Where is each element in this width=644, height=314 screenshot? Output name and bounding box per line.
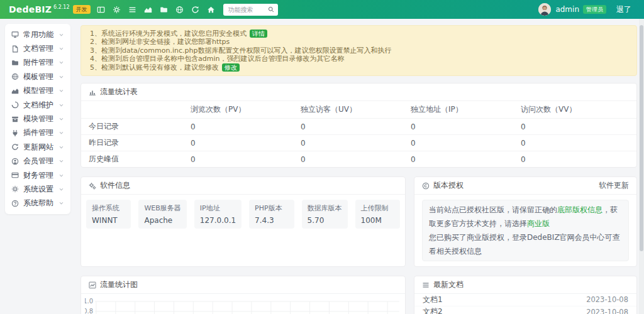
globe-icon[interactable] [175, 6, 184, 14]
columns-icon[interactable] [97, 6, 105, 14]
home-icon[interactable] [207, 6, 215, 14]
commercial-link[interactable]: 商业版 [527, 219, 550, 228]
info-label: 操作系统 [92, 203, 125, 213]
sidebar-item[interactable]: 财务管理 [5, 168, 70, 182]
sidebar-item[interactable]: 模型管理 [5, 84, 70, 98]
chevron-down-icon [58, 116, 64, 122]
sidebar-item[interactable]: 文档维护 [5, 98, 70, 112]
chevron-down-icon [58, 144, 64, 150]
cell-value: 0 [411, 151, 521, 168]
refresh-icon[interactable] [191, 6, 199, 14]
info-label: PHP版本 [255, 203, 288, 213]
alert-item: 1、系统运行环境为开发模式，建议您启用安全模式详情 [90, 30, 628, 38]
traffic-chart-header: 流量统计图 [81, 276, 405, 294]
sidebar: 常用功能文档管理附件管理模板管理模型管理文档维护模块管理插件管理更新网站会员管理… [5, 24, 70, 214]
doc-name: 文档1 [423, 295, 443, 305]
sidebar-item[interactable]: 系统帮助 [5, 197, 70, 210]
sidebar-item-label: 附件管理 [23, 57, 53, 68]
circle-notch-icon [11, 101, 19, 109]
license-line-1: 当前站点已授权社区版，请保留正确的底部版权信息，获取更多官方技术支持，请选择商业… [429, 203, 622, 230]
logout-link[interactable]: 退了 [616, 4, 631, 15]
search-input[interactable] [227, 6, 268, 14]
top-header: DedeBIZ 6.2.12 开发 admin 管理员 退了 [0, 0, 644, 19]
latest-docs-list: 文档12023-10-08文档22023-10-08文档32023-10-08文… [414, 294, 636, 314]
sidebar-item[interactable]: 附件管理 [5, 56, 70, 70]
sidebar-item[interactable]: 常用功能 [5, 28, 70, 41]
cell-value: 0 [301, 151, 411, 168]
env-badge: 开发 [73, 5, 91, 14]
chevron-down-icon [58, 130, 64, 136]
info-value: WINNT [92, 216, 125, 225]
alert-action-badge[interactable]: 详情 [250, 30, 267, 38]
sidebar-item[interactable]: 模板管理 [5, 70, 70, 84]
software-info-box: 操作系统WINNT [86, 200, 131, 229]
folder-icon[interactable] [160, 6, 168, 14]
list-icon[interactable] [128, 6, 136, 14]
info-value: 5.70 [308, 216, 342, 225]
bar-chart-icon [89, 89, 96, 96]
doc-row[interactable]: 文档22023-10-08 [414, 306, 636, 314]
traffic-table-title: 流量统计表 [100, 87, 138, 97]
cell-value: 0 [521, 119, 636, 135]
sidebar-item[interactable]: 插件管理 [5, 126, 70, 140]
software-info-box: 上传限制100M [355, 200, 400, 229]
chevron-down-icon [58, 173, 64, 178]
gear-icon[interactable] [113, 6, 121, 14]
sidebar-item[interactable]: 系统设置 [5, 182, 70, 196]
cog-icon [11, 185, 19, 193]
cell-value: 0 [191, 135, 301, 151]
file-icon [11, 45, 19, 53]
search-icon[interactable] [268, 6, 274, 13]
scrollbar-thumb[interactable] [640, 25, 643, 251]
sidebar-item-label: 常用功能 [23, 30, 53, 40]
traffic-chart-title: 流量统计图 [100, 279, 138, 290]
latest-docs-card: 最新文档 文档12023-10-08文档22023-10-08文档32023-1… [414, 276, 637, 314]
software-info-title: 软件信息 [100, 180, 130, 191]
alert-item: 4、检测到后台管理目录名称中包含admin，强烈建议后台管理目录修改为其它名称 [90, 55, 628, 63]
doc-row[interactable]: 文档12023-10-08 [414, 294, 636, 306]
license-line-2: 您已购买了商业版授权，登录DedeBIZ官网会员中心可查看相关授权信息 [429, 230, 622, 258]
software-info-boxes: 操作系统WINNTWEB服务器ApacheIP地址127.0.0.1PHP版本7… [81, 195, 405, 234]
license-header: 版本授权 软件更新 [414, 177, 636, 195]
brand[interactable]: DedeBIZ 6.2.12 开发 [9, 4, 91, 14]
alert-action-badge[interactable]: 修改 [222, 63, 240, 72]
info-label: IP地址 [200, 203, 236, 213]
chevron-down-icon [58, 200, 64, 206]
app-logo: DedeBIZ [9, 4, 52, 14]
cell-value: 0 [521, 135, 636, 151]
software-update-link[interactable]: 软件更新 [599, 180, 629, 191]
latest-docs-title: 最新文档 [433, 279, 464, 290]
display-icon [11, 31, 19, 38]
info-label: WEB服务器 [144, 203, 180, 213]
alert-text: 5、检测到默认账号没有修改，建议您修改 [90, 63, 219, 72]
sidebar-item[interactable]: 更新网站 [5, 140, 70, 154]
software-info-header: 软件信息 [81, 177, 405, 195]
sidebar-item[interactable]: 模块管理 [5, 112, 70, 126]
avatar[interactable] [538, 3, 551, 16]
header-nav-icons [97, 6, 215, 14]
sidebar-item[interactable]: 文档管理 [5, 41, 70, 55]
table-row: 今日记录0000 [81, 119, 636, 135]
plug-icon [11, 129, 19, 137]
role-badge: 管理员 [583, 5, 606, 14]
software-info-box: 数据库版本5.70 [302, 200, 348, 229]
sidebar-item-label: 文档维护 [23, 100, 53, 111]
search-box[interactable] [223, 4, 278, 16]
cell-value: 0 [301, 135, 411, 151]
table-row: 昨日记录0000 [81, 135, 636, 151]
page-scrollbar[interactable] [639, 19, 644, 314]
license-body: 当前站点已授权社区版，请保留正确的底部版权信息，获取更多官方技术支持，请选择商业… [414, 195, 636, 266]
copyright-info-link[interactable]: 底部版权信息 [557, 205, 602, 214]
sidebar-item-label: 更新网站 [23, 142, 53, 153]
chevron-down-icon [58, 187, 64, 192]
globe-icon [11, 73, 19, 80]
chevron-down-icon [58, 46, 64, 51]
license-text-box: 当前站点已授权社区版，请保留正确的底部版权信息，获取更多官方技术支持，请选择商业… [422, 200, 629, 261]
username[interactable]: admin [555, 5, 579, 14]
chart-area-icon[interactable] [144, 6, 152, 14]
cell-value: 0 [411, 119, 521, 135]
sidebar-item[interactable]: 会员管理 [5, 154, 70, 168]
chevron-down-icon [58, 158, 64, 164]
table-header-row: 浏览次数（PV）独立访客（UV）独立地址（IP）访问次数（VV） [81, 101, 636, 119]
refresh-icon [11, 143, 19, 151]
